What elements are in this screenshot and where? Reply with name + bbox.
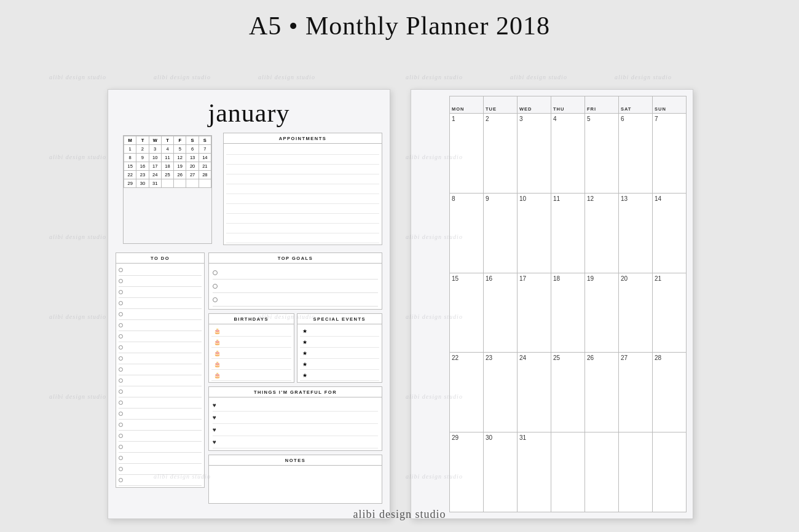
notes-section: NOTES — [208, 455, 382, 504]
bday-line: 🎂 — [211, 348, 291, 359]
bday-line: 🎂 — [211, 370, 291, 381]
cal-day-cell: 14 — [653, 193, 687, 273]
grateful-line: ♥ — [213, 436, 378, 448]
cal-day-cell: 13 — [619, 193, 653, 273]
grateful-line: ♥ — [213, 424, 378, 436]
event-line: ★ — [300, 359, 380, 370]
grateful-title: THINGS I'M GRATEFUL FOR — [209, 387, 382, 397]
goals-lines — [209, 264, 382, 309]
mini-cal-day: 29 — [124, 179, 136, 188]
cal-day-cell: 5 — [585, 114, 619, 194]
cal-day-cell: 27 — [619, 353, 653, 432]
bday-line: 🎂 — [211, 326, 291, 337]
todo-line — [119, 276, 202, 287]
watermark: alibi design studio — [406, 74, 463, 80]
cal-day-cell: 21 — [653, 273, 687, 353]
mini-cal-day: 23 — [136, 171, 149, 179]
special-events-title: SPECIAL EVENTS — [297, 314, 382, 324]
cake-icon: 🎂 — [214, 339, 221, 345]
cal-day-cell: 29 — [450, 432, 484, 512]
todo-line — [119, 464, 202, 475]
todo-line — [119, 353, 202, 364]
appt-line — [226, 214, 379, 224]
todo-checkbox — [119, 478, 123, 482]
mini-cal-day: 3 — [149, 145, 161, 154]
notes-title: NOTES — [209, 455, 382, 466]
mini-cal-day: 17 — [149, 162, 161, 171]
cake-icon: 🎂 — [214, 350, 221, 356]
event-line: ★ — [300, 348, 380, 359]
todo-line — [119, 320, 202, 331]
cal-day-cell: 18 — [551, 273, 585, 353]
watermark: alibi design studio — [154, 74, 211, 80]
mini-cal-day: 13 — [186, 154, 199, 162]
appt-line — [226, 174, 379, 184]
todo-line — [119, 397, 202, 409]
mini-cal-day: 27 — [186, 171, 199, 179]
mini-cal-day: 22 — [124, 171, 136, 179]
mini-cal-day: 31 — [149, 179, 161, 188]
watermark: alibi design studio — [49, 313, 106, 320]
mini-cal-day — [161, 179, 173, 188]
watermark: alibi design studio — [49, 74, 106, 80]
event-line: ★ — [300, 326, 380, 337]
mini-cal-day — [174, 179, 186, 188]
appt-line — [226, 184, 379, 194]
cal-day-cell: 25 — [551, 353, 585, 432]
cal-day-header: TUE — [484, 96, 518, 114]
cal-day-cell: 31 — [518, 432, 551, 512]
todo-line — [119, 475, 202, 486]
appointments-section: APPOINTMENTS — [223, 133, 382, 245]
todo-line — [119, 309, 202, 320]
goal-line — [213, 280, 378, 293]
mini-cal-day: 28 — [199, 171, 211, 179]
cal-day-cell: 16 — [484, 273, 518, 353]
todo-line — [119, 265, 202, 276]
mini-cal-day: 19 — [174, 162, 186, 171]
goal-checkbox — [213, 270, 218, 275]
cal-day-cell: 9 — [484, 193, 518, 273]
mini-cal-day: 18 — [161, 162, 173, 171]
bday-line: 🎂 — [211, 359, 291, 370]
cal-day-header: WED — [518, 96, 551, 114]
star-icon: ★ — [302, 361, 307, 367]
cal-day-cell: 30 — [484, 432, 518, 512]
cal-day-cell: 19 — [585, 273, 619, 353]
cal-day-header: FRI — [585, 96, 619, 114]
todo-checkbox — [119, 279, 123, 283]
mini-cal-day: 5 — [174, 145, 186, 154]
todo-checkbox — [119, 456, 123, 460]
grateful-line: ♥ — [213, 412, 378, 424]
mini-cal-day: 15 — [124, 162, 136, 171]
star-icon: ★ — [302, 328, 307, 334]
birthdays-title: BIRTHDAYS — [209, 314, 294, 324]
mini-cal-day: 30 — [136, 179, 149, 188]
event-line: ★ — [300, 370, 380, 381]
todo-line — [119, 298, 202, 309]
heart-icon: ♥ — [213, 402, 216, 409]
cal-day-cell — [619, 432, 653, 512]
goal-checkbox — [213, 297, 218, 302]
mini-cal-day: 14 — [199, 154, 211, 162]
event-line: ★ — [300, 337, 380, 348]
mini-calendar: MTWTFSS 12345678910111213141516171819202… — [123, 135, 212, 244]
mini-cal-day: 1 — [124, 145, 136, 154]
watermark: alibi design studio — [49, 233, 106, 240]
cal-day-cell: 11 — [551, 193, 585, 273]
todo-checkbox — [119, 445, 123, 449]
goal-line — [213, 293, 378, 307]
appt-line — [226, 204, 379, 214]
main-columns: TO DO — [116, 252, 382, 504]
cal-day-cell: 17 — [518, 273, 551, 353]
todo-line — [119, 453, 202, 464]
goal-checkbox — [213, 284, 218, 289]
cal-day-cell: 2 — [484, 114, 518, 194]
cake-icon: 🎂 — [214, 328, 221, 334]
bday-line: 🎂 — [211, 337, 291, 348]
mini-cal-day: 8 — [124, 154, 136, 162]
todo-checkbox — [119, 423, 123, 427]
todo-checkbox — [119, 334, 123, 338]
todo-lines — [116, 264, 204, 487]
watermark: alibi design studio — [615, 74, 672, 80]
grateful-line: ♥ — [213, 399, 378, 412]
